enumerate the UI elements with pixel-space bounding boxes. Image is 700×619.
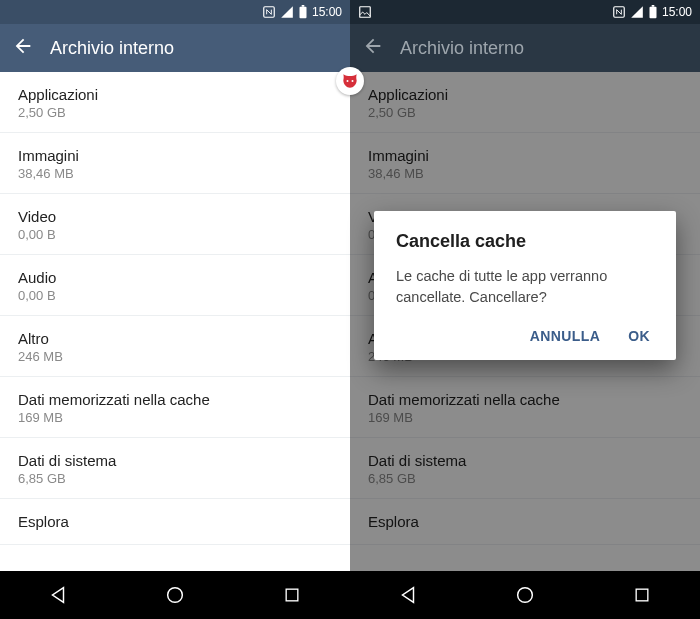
svg-rect-4	[286, 589, 298, 601]
phone-screen-left: 15:00 Archivio interno Applicazioni2,50 …	[0, 0, 350, 619]
back-icon[interactable]	[362, 35, 384, 62]
navigation-bar	[350, 571, 700, 619]
page-title: Archivio interno	[50, 38, 174, 59]
back-icon[interactable]	[12, 35, 34, 62]
status-time: 15:00	[662, 5, 692, 19]
ok-button[interactable]: OK	[628, 328, 650, 344]
nfc-icon	[262, 5, 276, 19]
status-time: 15:00	[312, 5, 342, 19]
signal-icon	[280, 5, 294, 19]
list-item[interactable]: Dati di sistema6,85 GB	[0, 438, 350, 499]
svg-rect-8	[652, 5, 655, 7]
dialog-message: Le cache di tutte le app verranno cancel…	[396, 266, 654, 308]
nav-home-icon[interactable]	[151, 571, 199, 619]
app-bar: Archivio interno	[0, 24, 350, 72]
nav-home-icon[interactable]	[501, 571, 549, 619]
page-title: Archivio interno	[400, 38, 524, 59]
list-item[interactable]: Applicazioni2,50 GB	[350, 72, 700, 133]
devil-badge-icon	[336, 67, 364, 95]
list-item[interactable]: Video0,00 B	[0, 194, 350, 255]
list-item[interactable]: Dati memorizzati nella cache169 MB	[350, 377, 700, 438]
dialog-title: Cancella cache	[396, 231, 654, 252]
confirm-dialog: Cancella cache Le cache di tutte le app …	[374, 211, 676, 360]
nav-back-icon[interactable]	[34, 571, 82, 619]
svg-rect-5	[360, 7, 371, 18]
svg-rect-7	[649, 7, 656, 18]
svg-point-3	[168, 588, 183, 603]
status-bar: 15:00	[0, 0, 350, 24]
svg-point-12	[352, 80, 354, 82]
status-bar: 15:00	[350, 0, 700, 24]
nav-back-icon[interactable]	[384, 571, 432, 619]
signal-icon	[630, 5, 644, 19]
nfc-icon	[612, 5, 626, 19]
svg-rect-2	[302, 5, 305, 7]
cancel-button[interactable]: ANNULLA	[530, 328, 600, 344]
battery-icon	[648, 5, 658, 19]
storage-list: Applicazioni2,50 GB Immagini38,46 MB Vid…	[0, 72, 350, 571]
battery-icon	[298, 5, 308, 19]
list-item[interactable]: Immagini38,46 MB	[350, 133, 700, 194]
nav-recent-icon[interactable]	[268, 571, 316, 619]
list-item[interactable]: Dati di sistema6,85 GB	[350, 438, 700, 499]
nav-recent-icon[interactable]	[618, 571, 666, 619]
svg-point-9	[518, 588, 533, 603]
svg-point-11	[347, 80, 349, 82]
navigation-bar	[0, 571, 350, 619]
list-item[interactable]: Altro246 MB	[0, 316, 350, 377]
list-item[interactable]: Dati memorizzati nella cache169 MB	[0, 377, 350, 438]
gallery-icon	[358, 5, 372, 19]
list-item[interactable]: Applicazioni2,50 GB	[0, 72, 350, 133]
list-item[interactable]: Immagini38,46 MB	[0, 133, 350, 194]
list-item[interactable]: Audio0,00 B	[0, 255, 350, 316]
app-bar: Archivio interno	[350, 24, 700, 72]
svg-rect-10	[636, 589, 648, 601]
svg-rect-1	[299, 7, 306, 18]
list-item[interactable]: Esplora	[350, 499, 700, 545]
list-item[interactable]: Esplora	[0, 499, 350, 545]
